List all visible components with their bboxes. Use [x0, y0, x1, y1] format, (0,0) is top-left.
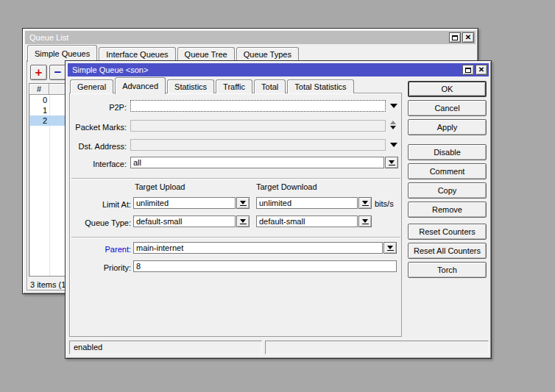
dropdown-icon-bar: [240, 224, 247, 224]
row-number: 0: [29, 95, 47, 105]
packet-marks-updown-icon[interactable]: [390, 121, 396, 129]
queue-type-upload-input[interactable]: [133, 215, 236, 227]
row-number: 2: [29, 115, 47, 126]
tab-label: Statistics: [174, 82, 207, 91]
queue-list-title: Queue List: [29, 33, 68, 42]
simple-queue-dialog: Simple Queue <son> ✕ General Advanced St…: [65, 60, 492, 359]
tab-label: Advanced: [122, 82, 158, 90]
comment-button[interactable]: Comment: [408, 163, 487, 179]
dialog-titlebar[interactable]: Simple Queue <son> ✕: [68, 63, 489, 76]
packet-marks-label: Packet Marks:: [70, 122, 127, 132]
ok-button[interactable]: OK: [408, 81, 487, 97]
dropdown-icon: [362, 201, 368, 204]
section-separator: [71, 237, 400, 238]
dropdown-icon-bar: [240, 205, 247, 206]
button-label: OK: [442, 85, 453, 93]
disable-button[interactable]: Disable: [408, 144, 487, 160]
number-column-header-label: #: [37, 85, 41, 93]
dialog-window-controls: ✕: [462, 65, 487, 75]
maximize-icon: [465, 68, 471, 73]
dropdown-icon-bar: [389, 165, 395, 165]
dropdown-icon: [389, 160, 395, 164]
interface-label: Interface:: [70, 159, 127, 169]
p2p-label: P2P:: [70, 102, 127, 113]
close-icon: ✕: [478, 66, 484, 74]
limit-at-upload-input[interactable]: [133, 197, 236, 209]
dialog-status-enabled: enabled: [69, 341, 262, 354]
button-label: Cancel: [434, 104, 459, 113]
section-separator: [71, 178, 400, 179]
interface-dropdown-button[interactable]: [385, 157, 398, 168]
dropdown-icon-bar: [387, 250, 394, 251]
tab-label: Queue Types: [244, 50, 291, 59]
number-column-header[interactable]: #: [29, 84, 49, 95]
tab-label: Queue Tree: [185, 50, 227, 59]
close-button[interactable]: ✕: [462, 32, 474, 43]
tab-queue-tree[interactable]: Queue Tree: [177, 47, 235, 61]
desktop: Queue List ✕ Simple Queues Interface Que…: [0, 0, 555, 392]
p2p-dropdown-arrow-icon[interactable]: [390, 104, 397, 108]
dst-address-dropdown-arrow-icon[interactable]: [390, 143, 397, 147]
priority-input[interactable]: [133, 260, 397, 272]
tab-total-statistics[interactable]: Total Statistics: [287, 79, 353, 93]
dropdown-icon-bar: [362, 205, 369, 206]
tab-general[interactable]: General: [70, 79, 113, 93]
advanced-tab-panel: P2P: Packet Marks: Dst. Address: Interfa…: [69, 93, 402, 337]
up-arrow-icon: [390, 121, 396, 124]
dropdown-icon: [387, 246, 393, 249]
queue-list-tabbar: Simple Queues Interface Queues Queue Tre…: [27, 44, 300, 61]
parent-dropdown-button[interactable]: [383, 242, 397, 254]
tab-total[interactable]: Total: [254, 79, 286, 93]
remove-queue-button[interactable]: −: [49, 65, 66, 80]
reset-counters-button[interactable]: Reset Counters: [408, 224, 487, 240]
remove-button[interactable]: Remove: [408, 202, 487, 218]
p2p-input[interactable]: [130, 100, 386, 112]
dialog-close-button[interactable]: ✕: [476, 65, 487, 75]
tab-simple-queues[interactable]: Simple Queues: [27, 45, 97, 62]
tab-advanced[interactable]: Advanced: [115, 77, 166, 94]
interface-input[interactable]: [130, 157, 384, 168]
tab-interface-queues[interactable]: Interface Queues: [99, 47, 175, 61]
queue-type-download-input[interactable]: [256, 215, 358, 227]
dialog-maximize-button[interactable]: [462, 65, 474, 75]
queue-list-titlebar[interactable]: Queue List ✕: [25, 31, 476, 44]
copy-button[interactable]: Copy: [408, 182, 487, 199]
apply-button[interactable]: Apply: [408, 119, 487, 135]
tab-label: General: [77, 82, 106, 91]
limit-at-download-dropdown-button[interactable]: [358, 197, 372, 209]
tab-label: Total Statistics: [294, 82, 346, 91]
maximize-button[interactable]: [449, 32, 461, 43]
packet-marks-input: [130, 120, 386, 132]
limit-at-upload-dropdown-button[interactable]: [236, 197, 250, 209]
dialog-title: Simple Queue <son>: [72, 65, 148, 74]
tab-queue-types[interactable]: Queue Types: [236, 47, 299, 61]
button-label: Disable: [434, 148, 461, 157]
button-label: Copy: [438, 186, 457, 195]
cancel-button[interactable]: Cancel: [408, 100, 487, 116]
dropdown-icon: [362, 219, 368, 223]
button-label: Apply: [437, 123, 458, 132]
dialog-status-right: [265, 341, 489, 354]
queue-type-upload-dropdown-button[interactable]: [236, 215, 250, 227]
target-upload-header: Target Upload: [135, 182, 185, 191]
reset-all-counters-button[interactable]: Reset All Counters: [408, 243, 487, 259]
row-number: 1: [29, 105, 47, 115]
button-label: Remove: [432, 205, 462, 214]
torch-button[interactable]: Torch: [408, 262, 487, 278]
tab-label: Simple Queues: [35, 49, 90, 58]
dropdown-icon: [240, 201, 246, 204]
maximize-icon: [452, 35, 458, 40]
parent-input[interactable]: [133, 242, 383, 254]
tab-traffic[interactable]: Traffic: [216, 79, 252, 93]
button-label: Torch: [437, 266, 457, 274]
queue-type-label: Queue Type:: [70, 218, 131, 228]
button-label: Reset Counters: [419, 227, 475, 236]
limit-at-download-input[interactable]: [256, 197, 358, 209]
tab-statistics[interactable]: Statistics: [167, 79, 214, 93]
dropdown-icon-bar: [362, 224, 369, 224]
queue-type-download-dropdown-button[interactable]: [358, 215, 372, 227]
add-queue-button[interactable]: +: [30, 65, 47, 80]
tab-label: Total: [261, 82, 278, 91]
limit-at-label: Limit At:: [70, 199, 131, 210]
close-icon: ✕: [465, 34, 471, 41]
